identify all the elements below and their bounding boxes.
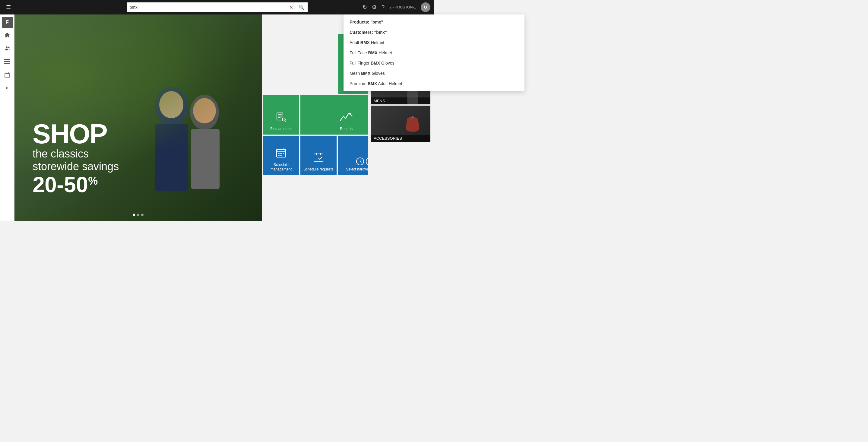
hero-banner: SHOP the classics storewide savings 20-5… (14, 14, 262, 221)
accessories-label: ACCESSORIES (371, 135, 430, 142)
schedule-management-icon (276, 148, 286, 161)
svg-rect-15 (277, 113, 283, 120)
svg-rect-4 (4, 63, 10, 64)
category-customers-label: Customers: (349, 30, 373, 35)
sidebar-counter: 0 (1, 82, 13, 94)
suggestion-2[interactable]: Full Finger BMX Gloves (343, 58, 434, 68)
tile-find-order[interactable]: Find an order (263, 95, 299, 135)
svg-rect-19 (280, 153, 282, 154)
dot-2[interactable] (137, 214, 140, 216)
store-label: 2 - HOUSTON-1 (390, 5, 416, 9)
suggestion-0[interactable]: Adult BMX Helmet (343, 37, 434, 48)
svg-rect-23 (314, 154, 323, 162)
reports-label: Reports (340, 127, 352, 131)
hamburger-button[interactable]: ☰ (4, 3, 13, 12)
svg-point-0 (6, 47, 7, 48)
topbar-right: ↻ ⚙ ? 2 - HOUSTON-1 U (363, 2, 430, 12)
suggestion-3[interactable]: Mesh BMX Gloves (343, 68, 434, 79)
search-submit-icon[interactable]: 🔍 (296, 4, 308, 10)
suggestion-4[interactable]: Premium BMX Adult Helmet (343, 79, 434, 89)
dot-1[interactable] (133, 214, 135, 216)
category-customers[interactable]: Customers: "bmx" (343, 27, 434, 37)
suggestion-1[interactable]: Full Face BMX Helmet (343, 48, 434, 58)
hero-classics-text: the classics (33, 148, 119, 160)
help-icon[interactable]: ? (381, 4, 384, 10)
sidebar: F 0 (0, 14, 14, 221)
category-products-label: Products: (349, 20, 369, 24)
search-bar: ✕ 🔍 (127, 2, 308, 12)
svg-point-1 (8, 47, 9, 48)
topbar: ☰ ✕ 🔍 ↻ ⚙ ? 2 - HOUSTON-1 U (0, 0, 434, 14)
carousel-dots (133, 214, 144, 216)
schedule-requests-label: Schedule requests (303, 167, 333, 172)
svg-rect-3 (4, 61, 10, 62)
store-badge[interactable]: F (2, 17, 13, 28)
hero-overlay: SHOP the classics storewide savings 20-5… (33, 120, 119, 197)
topbar-left: ☰ (4, 3, 13, 12)
tile-schedule-management[interactable]: Schedule management (263, 136, 299, 175)
sidebar-item-home[interactable] (1, 29, 13, 41)
svg-rect-5 (5, 73, 10, 77)
avatar[interactable]: U (421, 2, 430, 12)
find-order-label: Find an order (270, 127, 292, 131)
sidebar-item-customers[interactable] (1, 42, 13, 54)
hero-savings-text: storewide savings (33, 160, 119, 173)
sidebar-item-menu[interactable] (1, 56, 13, 67)
schedule-requests-icon (313, 152, 324, 165)
search-bar-container: ✕ 🔍 (127, 2, 308, 12)
product-card-accessories[interactable]: ACCESSORIES (371, 106, 430, 142)
svg-rect-18 (278, 153, 280, 154)
schedule-management-label: Schedule management (266, 163, 296, 172)
category-products[interactable]: Products: "bmx" (343, 17, 434, 27)
tile-schedule-requests[interactable]: Schedule requests (300, 136, 337, 175)
search-dropdown: Products: "bmx" Customers: "bmx" Adult B… (343, 14, 434, 91)
svg-rect-21 (278, 155, 280, 156)
dot-3[interactable] (141, 214, 144, 216)
search-input[interactable] (127, 2, 287, 12)
settings-icon[interactable]: ⚙ (372, 4, 377, 10)
svg-rect-20 (283, 153, 284, 154)
category-customers-query: "bmx" (374, 30, 387, 35)
svg-rect-22 (280, 155, 282, 156)
hero-shop-text: SHOP (33, 120, 119, 148)
hero-discount-text: 20-50% (33, 173, 119, 197)
svg-rect-2 (4, 59, 10, 60)
category-products-query: "bmx" (370, 20, 383, 24)
find-order-icon (276, 112, 286, 125)
refresh-icon[interactable]: ↻ (363, 4, 367, 10)
sidebar-item-products[interactable] (1, 69, 13, 81)
reports-icon (339, 111, 353, 125)
search-clear-icon[interactable]: ✕ (287, 4, 296, 10)
